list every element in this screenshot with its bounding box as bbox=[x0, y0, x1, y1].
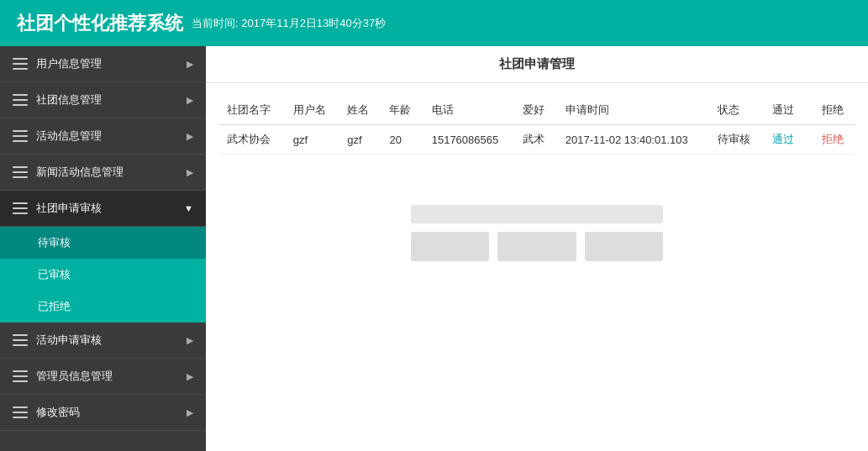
news-mgmt-icon bbox=[13, 166, 28, 178]
table-row: 武术协会 gzf gzf 20 15176086565 武术 2017-11-0… bbox=[218, 125, 855, 155]
cell-reject-action[interactable]: 拒绝 bbox=[813, 125, 855, 155]
submenu-club-apply: 待审核 已审核 已拒绝 bbox=[0, 227, 206, 323]
cell-apply-time: 2017-11-02 13:40:01.103 bbox=[557, 125, 709, 155]
sidebar-item-club-apply[interactable]: 社团申请审核 ▼ bbox=[0, 191, 206, 227]
club-apply-icon bbox=[13, 202, 28, 214]
arrow-activity-apply: ▶ bbox=[187, 335, 193, 346]
sidebar-label-news-mgmt: 新闻活动信息管理 bbox=[36, 165, 124, 180]
sidebar-label-admin-mgmt: 管理员信息管理 bbox=[36, 369, 113, 384]
arrow-club-apply: ▼ bbox=[184, 203, 193, 213]
sidebar-label-club-mgmt: 社团信息管理 bbox=[36, 92, 102, 108]
col-hobby: 爱好 bbox=[514, 96, 556, 125]
sidebar-item-news-mgmt[interactable]: 新闻活动信息管理 ▶ bbox=[0, 155, 206, 191]
sidebar-label-user-mgmt: 用户信息管理 bbox=[36, 56, 102, 71]
sidebar-label-activity-apply: 活动申请审核 bbox=[36, 333, 102, 348]
submenu-approved[interactable]: 已审核 bbox=[0, 259, 206, 291]
cell-status: 待审核 bbox=[709, 125, 763, 155]
pagination-btn3 bbox=[585, 232, 663, 261]
change-pwd-icon bbox=[13, 406, 28, 418]
content-body: 社团名字 用户名 姓名 年龄 电话 爱好 申请时间 状态 通过 拒绝 武术协会 bbox=[206, 83, 868, 274]
cell-approve-action[interactable]: 通过 bbox=[764, 125, 813, 155]
col-club-name: 社团名字 bbox=[218, 96, 285, 125]
pagination-area bbox=[411, 205, 663, 261]
pagination-btn2 bbox=[497, 232, 576, 261]
cell-club-name: 武术协会 bbox=[218, 125, 285, 155]
user-mgmt-icon bbox=[13, 58, 28, 70]
pagination-bar bbox=[411, 205, 663, 223]
sidebar-item-club-mgmt[interactable]: 社团信息管理 ▶ bbox=[0, 82, 206, 118]
pagination-controls bbox=[411, 232, 663, 261]
admin-mgmt-icon bbox=[13, 370, 28, 382]
cell-phone: 15176086565 bbox=[423, 125, 515, 155]
cell-real-name: gzf bbox=[339, 125, 381, 155]
reject-link[interactable]: 拒绝 bbox=[822, 133, 844, 145]
cell-age: 20 bbox=[381, 125, 423, 155]
sidebar-label-change-pwd: 修改密码 bbox=[36, 405, 80, 420]
arrow-change-pwd: ▶ bbox=[187, 407, 193, 418]
cell-username: gzf bbox=[285, 125, 339, 155]
club-mgmt-icon bbox=[13, 94, 28, 106]
col-approve: 通过 bbox=[764, 96, 813, 125]
sidebar-item-activity-mgmt[interactable]: 活动信息管理 ▶ bbox=[0, 118, 206, 155]
arrow-user-mgmt: ▶ bbox=[187, 59, 193, 70]
col-username: 用户名 bbox=[285, 96, 339, 125]
submenu-rejected[interactable]: 已拒绝 bbox=[0, 291, 206, 323]
col-apply-time: 申请时间 bbox=[557, 96, 709, 125]
approve-link[interactable]: 通过 bbox=[772, 133, 794, 145]
cell-hobby: 武术 bbox=[514, 125, 556, 155]
current-time: 当前时间: 2017年11月2日13时40分37秒 bbox=[192, 16, 386, 31]
arrow-news-mgmt: ▶ bbox=[187, 167, 193, 178]
col-phone: 电话 bbox=[423, 96, 515, 125]
header: 社团个性化推荐系统 当前时间: 2017年11月2日13时40分37秒 bbox=[0, 0, 868, 46]
arrow-club-mgmt: ▶ bbox=[187, 95, 193, 106]
arrow-admin-mgmt: ▶ bbox=[187, 371, 193, 382]
sidebar-item-user-mgmt[interactable]: 用户信息管理 ▶ bbox=[0, 46, 206, 82]
pagination-btn1 bbox=[411, 232, 489, 261]
activity-apply-icon bbox=[13, 334, 28, 346]
app-title: 社团个性化推荐系统 bbox=[17, 11, 183, 36]
sidebar-item-admin-mgmt[interactable]: 管理员信息管理 ▶ bbox=[0, 359, 206, 395]
sidebar-label-club-apply: 社团申请审核 bbox=[36, 201, 102, 216]
layout: 用户信息管理 ▶ 社团信息管理 ▶ 活动信息管理 ▶ 新闻活动信息管理 ▶ bbox=[0, 46, 868, 451]
sidebar: 用户信息管理 ▶ 社团信息管理 ▶ 活动信息管理 ▶ 新闻活动信息管理 ▶ bbox=[0, 46, 206, 451]
activity-mgmt-icon bbox=[13, 130, 28, 142]
col-reject: 拒绝 bbox=[813, 96, 855, 125]
arrow-activity-mgmt: ▶ bbox=[187, 131, 193, 142]
applications-table: 社团名字 用户名 姓名 年龄 电话 爱好 申请时间 状态 通过 拒绝 武术协会 bbox=[218, 96, 855, 155]
col-status: 状态 bbox=[709, 96, 763, 125]
col-age: 年龄 bbox=[381, 96, 423, 125]
col-real-name: 姓名 bbox=[339, 96, 381, 125]
sidebar-item-activity-apply[interactable]: 活动申请审核 ▶ bbox=[0, 323, 206, 359]
submenu-pending[interactable]: 待审核 bbox=[0, 227, 206, 259]
sidebar-label-activity-mgmt: 活动信息管理 bbox=[36, 128, 102, 144]
main-content: 社团申请管理 社团名字 用户名 姓名 年龄 电话 爱好 申请时间 状态 通过 拒… bbox=[206, 46, 868, 451]
sidebar-item-change-pwd[interactable]: 修改密码 ▶ bbox=[0, 395, 206, 431]
page-title: 社团申请管理 bbox=[206, 46, 868, 83]
